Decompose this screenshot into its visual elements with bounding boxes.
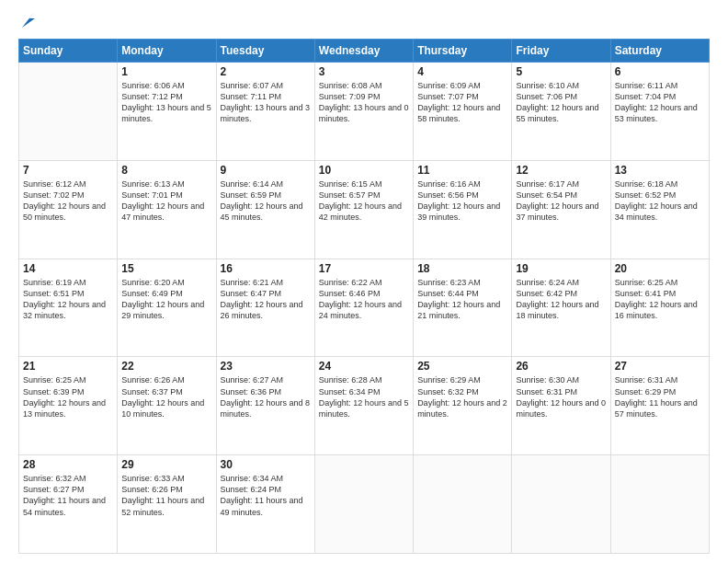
- day-info: Sunrise: 6:19 AMSunset: 6:51 PMDaylight:…: [23, 277, 113, 322]
- day-number: 4: [417, 65, 507, 78]
- day-cell: 15Sunrise: 6:20 AMSunset: 6:49 PMDayligh…: [118, 259, 216, 357]
- day-cell: 3Sunrise: 6:08 AMSunset: 7:09 PMDaylight…: [314, 63, 413, 161]
- weekday-header-tuesday: Tuesday: [216, 40, 314, 63]
- day-info: Sunrise: 6:30 AMSunset: 6:31 PMDaylight:…: [516, 374, 606, 419]
- day-info: Sunrise: 6:28 AMSunset: 6:34 PMDaylight:…: [319, 374, 409, 419]
- day-number: 15: [121, 262, 211, 275]
- day-number: 28: [23, 458, 113, 471]
- day-number: 3: [319, 65, 409, 78]
- day-info: Sunrise: 6:07 AMSunset: 7:11 PMDaylight:…: [221, 80, 311, 125]
- day-info: Sunrise: 6:08 AMSunset: 7:09 PMDaylight:…: [319, 80, 409, 125]
- weekday-header-thursday: Thursday: [414, 40, 512, 63]
- day-number: 9: [221, 164, 311, 177]
- day-number: 29: [121, 458, 211, 471]
- day-info: Sunrise: 6:22 AMSunset: 6:46 PMDaylight:…: [319, 277, 409, 322]
- day-cell: 6Sunrise: 6:11 AMSunset: 7:04 PMDaylight…: [610, 63, 709, 161]
- day-cell: 1Sunrise: 6:06 AMSunset: 7:12 PMDaylight…: [118, 63, 216, 161]
- day-info: Sunrise: 6:26 AMSunset: 6:37 PMDaylight:…: [121, 374, 211, 419]
- day-cell: 10Sunrise: 6:15 AMSunset: 6:57 PMDayligh…: [314, 160, 413, 259]
- day-cell: 17Sunrise: 6:22 AMSunset: 6:46 PMDayligh…: [314, 259, 413, 357]
- day-cell: 16Sunrise: 6:21 AMSunset: 6:47 PMDayligh…: [216, 259, 314, 357]
- day-number: 1: [121, 65, 211, 78]
- day-number: 2: [221, 65, 311, 78]
- day-number: 16: [221, 262, 311, 275]
- day-cell: 27Sunrise: 6:31 AMSunset: 6:29 PMDayligh…: [610, 357, 709, 455]
- day-number: 12: [516, 164, 606, 177]
- day-info: Sunrise: 6:14 AMSunset: 6:59 PMDaylight:…: [221, 178, 311, 224]
- day-info: Sunrise: 6:31 AMSunset: 6:29 PMDaylight:…: [615, 374, 705, 419]
- day-cell: 8Sunrise: 6:13 AMSunset: 7:01 PMDaylight…: [118, 160, 216, 259]
- day-info: Sunrise: 6:34 AMSunset: 6:24 PMDaylight:…: [221, 473, 311, 518]
- day-cell: [314, 455, 413, 554]
- day-info: Sunrise: 6:06 AMSunset: 7:12 PMDaylight:…: [121, 80, 211, 125]
- day-number: 5: [516, 65, 606, 78]
- day-cell: 25Sunrise: 6:29 AMSunset: 6:32 PMDayligh…: [414, 357, 512, 455]
- week-row-2: 14Sunrise: 6:19 AMSunset: 6:51 PMDayligh…: [19, 259, 710, 357]
- day-cell: 23Sunrise: 6:27 AMSunset: 6:36 PMDayligh…: [216, 357, 314, 455]
- day-cell: 22Sunrise: 6:26 AMSunset: 6:37 PMDayligh…: [118, 357, 216, 455]
- day-number: 10: [319, 164, 409, 177]
- weekday-header-row: SundayMondayTuesdayWednesdayThursdayFrid…: [19, 40, 710, 63]
- day-number: 30: [221, 458, 311, 471]
- week-row-0: 1Sunrise: 6:06 AMSunset: 7:12 PMDaylight…: [19, 63, 710, 161]
- weekday-header-monday: Monday: [118, 40, 216, 63]
- weekday-header-sunday: Sunday: [19, 40, 118, 63]
- day-info: Sunrise: 6:24 AMSunset: 6:42 PMDaylight:…: [516, 277, 606, 322]
- day-info: Sunrise: 6:20 AMSunset: 6:49 PMDaylight:…: [121, 277, 211, 322]
- weekday-header-wednesday: Wednesday: [314, 40, 413, 63]
- header: [18, 14, 710, 29]
- day-number: 24: [319, 360, 409, 373]
- day-cell: 20Sunrise: 6:25 AMSunset: 6:41 PMDayligh…: [610, 259, 709, 357]
- day-number: 14: [23, 262, 113, 275]
- weekday-header-friday: Friday: [512, 40, 610, 63]
- day-number: 22: [121, 360, 211, 373]
- day-cell: 14Sunrise: 6:19 AMSunset: 6:51 PMDayligh…: [19, 259, 118, 357]
- day-number: 20: [615, 262, 705, 275]
- day-cell: 5Sunrise: 6:10 AMSunset: 7:06 PMDaylight…: [512, 63, 610, 161]
- page: SundayMondayTuesdayWednesdayThursdayFrid…: [0, 0, 728, 563]
- day-cell: 21Sunrise: 6:25 AMSunset: 6:39 PMDayligh…: [19, 357, 118, 455]
- day-cell: [512, 455, 610, 554]
- week-row-4: 28Sunrise: 6:32 AMSunset: 6:27 PMDayligh…: [19, 455, 710, 554]
- day-number: 27: [615, 360, 705, 373]
- week-row-3: 21Sunrise: 6:25 AMSunset: 6:39 PMDayligh…: [19, 357, 710, 455]
- day-cell: 30Sunrise: 6:34 AMSunset: 6:24 PMDayligh…: [216, 455, 314, 554]
- day-number: 19: [516, 262, 606, 275]
- logo: [18, 14, 37, 29]
- day-info: Sunrise: 6:18 AMSunset: 6:52 PMDaylight:…: [615, 178, 705, 224]
- svg-marker-0: [22, 11, 35, 28]
- day-cell: 12Sunrise: 6:17 AMSunset: 6:54 PMDayligh…: [512, 160, 610, 259]
- day-number: 17: [319, 262, 409, 275]
- day-number: 25: [417, 360, 507, 373]
- day-cell: 9Sunrise: 6:14 AMSunset: 6:59 PMDaylight…: [216, 160, 314, 259]
- day-info: Sunrise: 6:10 AMSunset: 7:06 PMDaylight:…: [516, 80, 606, 125]
- day-cell: 26Sunrise: 6:30 AMSunset: 6:31 PMDayligh…: [512, 357, 610, 455]
- day-cell: 18Sunrise: 6:23 AMSunset: 6:44 PMDayligh…: [414, 259, 512, 357]
- day-number: 21: [23, 360, 113, 373]
- day-number: 6: [615, 65, 705, 78]
- day-info: Sunrise: 6:09 AMSunset: 7:07 PMDaylight:…: [417, 80, 507, 125]
- day-cell: 19Sunrise: 6:24 AMSunset: 6:42 PMDayligh…: [512, 259, 610, 357]
- day-cell: [414, 455, 512, 554]
- day-info: Sunrise: 6:12 AMSunset: 7:02 PMDaylight:…: [23, 178, 113, 224]
- day-info: Sunrise: 6:21 AMSunset: 6:47 PMDaylight:…: [221, 277, 311, 322]
- day-number: 11: [417, 164, 507, 177]
- day-cell: [19, 63, 118, 161]
- day-info: Sunrise: 6:29 AMSunset: 6:32 PMDaylight:…: [417, 374, 507, 419]
- day-cell: 4Sunrise: 6:09 AMSunset: 7:07 PMDaylight…: [414, 63, 512, 161]
- day-cell: 11Sunrise: 6:16 AMSunset: 6:56 PMDayligh…: [414, 160, 512, 259]
- day-number: 18: [417, 262, 507, 275]
- day-cell: 24Sunrise: 6:28 AMSunset: 6:34 PMDayligh…: [314, 357, 413, 455]
- day-info: Sunrise: 6:13 AMSunset: 7:01 PMDaylight:…: [121, 178, 211, 224]
- day-number: 23: [221, 360, 311, 373]
- day-cell: 13Sunrise: 6:18 AMSunset: 6:52 PMDayligh…: [610, 160, 709, 259]
- week-row-1: 7Sunrise: 6:12 AMSunset: 7:02 PMDaylight…: [19, 160, 710, 259]
- day-info: Sunrise: 6:23 AMSunset: 6:44 PMDaylight:…: [417, 277, 507, 322]
- day-info: Sunrise: 6:25 AMSunset: 6:39 PMDaylight:…: [23, 374, 113, 419]
- day-info: Sunrise: 6:32 AMSunset: 6:27 PMDaylight:…: [23, 473, 113, 518]
- day-info: Sunrise: 6:15 AMSunset: 6:57 PMDaylight:…: [319, 178, 409, 224]
- day-cell: 2Sunrise: 6:07 AMSunset: 7:11 PMDaylight…: [216, 63, 314, 161]
- weekday-header-saturday: Saturday: [610, 40, 709, 63]
- day-cell: 29Sunrise: 6:33 AMSunset: 6:26 PMDayligh…: [118, 455, 216, 554]
- calendar-table: SundayMondayTuesdayWednesdayThursdayFrid…: [18, 39, 710, 554]
